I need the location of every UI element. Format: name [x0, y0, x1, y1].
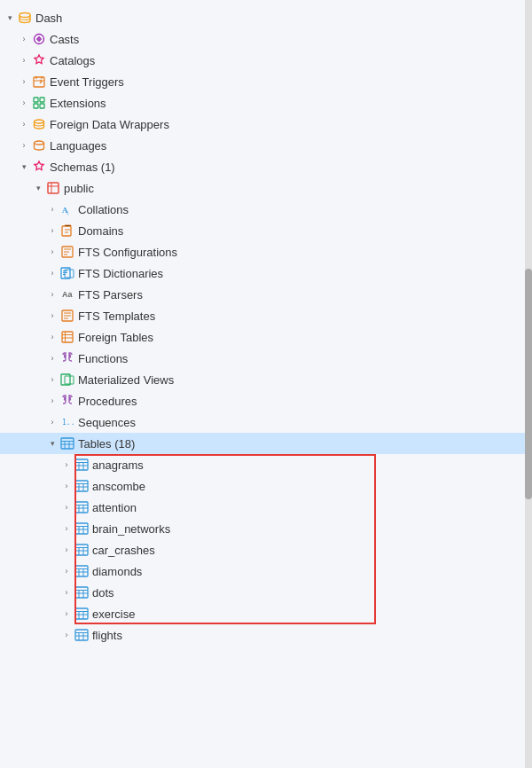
expand-arrow[interactable] — [18, 75, 30, 88]
svg-point-0 — [20, 13, 30, 18]
tree-item-label: Extensions — [50, 97, 106, 110]
public-icon — [46, 181, 60, 195]
tree-root: DashCastsCatalogsEvent TriggersExtension… — [0, 7, 532, 646]
tree-item-languages[interactable]: Languages — [0, 135, 532, 156]
tree-item-tables[interactable]: Tables (18) — [0, 433, 532, 454]
tree-item-domains[interactable]: Domains — [0, 220, 532, 241]
tree-item-diamonds[interactable]: diamonds — [0, 560, 532, 582]
expand-arrow[interactable] — [60, 480, 73, 492]
collapse-arrow[interactable] — [46, 437, 59, 450]
expand-arrow[interactable] — [60, 501, 73, 513]
expand-arrow[interactable] — [60, 544, 73, 556]
scrollbar-thumb[interactable] — [525, 269, 532, 499]
tree-item-dash[interactable]: Dash — [0, 7, 532, 28]
expand-arrow[interactable] — [60, 522, 73, 535]
tree-item-label: exercise — [92, 607, 135, 621]
table-icon — [74, 585, 89, 600]
mat-views-icon — [60, 372, 74, 387]
tree-item-fts-parsers[interactable]: AaFTS Parsers — [0, 284, 532, 305]
tree-item-foreign-tables[interactable]: Foreign Tables — [0, 326, 532, 348]
tree-item-car-crashes[interactable]: car_crashes — [0, 539, 532, 560]
tree-item-label: Schemas (1) — [50, 161, 115, 174]
expand-arrow[interactable] — [46, 373, 59, 386]
expand-arrow[interactable] — [18, 118, 30, 130]
svg-point-8 — [35, 120, 44, 123]
expand-arrow[interactable] — [60, 458, 73, 471]
scrollbar-track[interactable] — [525, 0, 532, 768]
tree-item-dots[interactable]: dots — [0, 582, 532, 603]
expand-arrow[interactable] — [46, 224, 59, 237]
expand-arrow[interactable] — [18, 139, 30, 152]
tree-item-label: Sequences — [78, 416, 136, 429]
expand-arrow[interactable] — [46, 267, 59, 279]
svg-rect-30 — [75, 587, 88, 598]
tree-item-casts[interactable]: Casts — [0, 28, 532, 50]
tree-item-label: anagrams — [92, 458, 144, 472]
expand-arrow[interactable] — [18, 33, 30, 45]
expand-arrow[interactable] — [60, 607, 73, 620]
expand-arrow[interactable] — [60, 565, 73, 577]
collapse-arrow[interactable] — [32, 182, 44, 194]
tree-item-public[interactable]: public — [0, 177, 532, 199]
expand-arrow[interactable] — [60, 629, 73, 641]
expand-arrow[interactable] — [46, 352, 59, 364]
tree-item-extensions[interactable]: Extensions — [0, 92, 532, 114]
tree-item-exercise[interactable]: exercise — [0, 603, 532, 624]
casts-icon — [32, 32, 46, 46]
svg-rect-24 — [75, 459, 88, 470]
expand-arrow[interactable] — [46, 288, 59, 301]
tree-item-foreign-data[interactable]: Foreign Data Wrappers — [0, 114, 532, 135]
tree-item-procedures[interactable]: Procedures — [0, 390, 532, 411]
collapse-arrow[interactable] — [4, 12, 16, 24]
tree-item-label: Foreign Tables — [78, 331, 153, 344]
tree-item-fts-dict[interactable]: FTS Dictionaries — [0, 263, 532, 284]
tree-item-label: brain_networks — [92, 522, 170, 536]
tree-item-collations[interactable]: A↓Collations — [0, 199, 532, 220]
table-icon — [74, 458, 89, 472]
tree-item-fts-templates[interactable]: FTS Templates — [0, 305, 532, 326]
tree-item-label: Catalogs — [50, 54, 95, 67]
tree-item-label: Tables (18) — [78, 437, 135, 451]
fts-dict-icon — [60, 266, 74, 280]
tree-item-label: anscombe — [92, 480, 145, 493]
tree-item-event-triggers[interactable]: Event Triggers — [0, 71, 532, 92]
tree-item-label: flights — [92, 629, 122, 642]
tree-item-label: Event Triggers — [50, 75, 124, 89]
tree-item-fts-config[interactable]: FTS Configurations — [0, 241, 532, 263]
expand-arrow[interactable] — [46, 395, 59, 407]
expand-arrow[interactable] — [46, 203, 59, 216]
expand-arrow[interactable] — [18, 97, 30, 109]
tree-item-schemas[interactable]: Schemas (1) — [0, 156, 532, 177]
svg-rect-26 — [75, 502, 88, 513]
svg-rect-19 — [62, 332, 73, 342]
svg-text:↓: ↓ — [66, 209, 70, 216]
expand-arrow[interactable] — [46, 416, 59, 428]
tree-item-label: Domains — [78, 224, 123, 238]
tree-item-brain-networks[interactable]: brain_networks — [0, 518, 532, 539]
tree-item-anagrams[interactable]: anagrams — [0, 454, 532, 475]
tree-item-label: public — [64, 182, 94, 195]
tree-item-flights[interactable]: flights — [0, 624, 532, 646]
tree-item-catalogs[interactable]: Catalogs — [0, 50, 532, 71]
svg-rect-28 — [75, 545, 88, 555]
expand-arrow[interactable] — [46, 246, 59, 258]
tree-item-attention[interactable]: attention — [0, 497, 532, 518]
table-icon — [74, 607, 89, 621]
functions-icon — [60, 351, 74, 365]
expand-arrow[interactable] — [46, 331, 59, 343]
schemas-icon — [32, 160, 46, 174]
expand-arrow[interactable] — [18, 54, 30, 67]
tree-item-label: Collations — [78, 203, 129, 216]
tree-item-label: car_crashes — [92, 544, 155, 557]
table-icon — [74, 500, 89, 514]
tree-item-anscombe[interactable]: anscombe — [0, 475, 532, 497]
collapse-arrow[interactable] — [18, 161, 30, 173]
svg-rect-27 — [75, 523, 88, 534]
expand-arrow[interactable] — [60, 586, 73, 599]
tree-item-sequences[interactable]: 1..3Sequences — [0, 411, 532, 433]
svg-rect-23 — [61, 438, 74, 449]
tree-item-mat-views[interactable]: Materialized Views — [0, 369, 532, 390]
tree-item-functions[interactable]: Functions — [0, 348, 532, 369]
expand-arrow[interactable] — [46, 310, 59, 322]
svg-point-9 — [35, 141, 44, 145]
